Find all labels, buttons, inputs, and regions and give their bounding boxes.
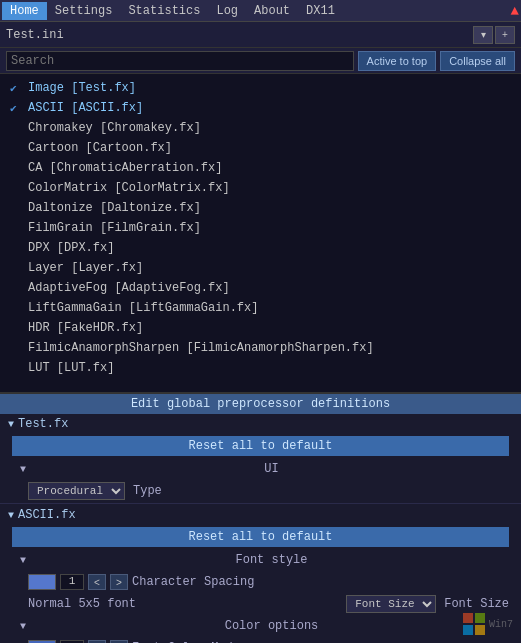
effect-item-daltonize[interactable]: ✔ Daltonize [Daltonize.fx] bbox=[0, 198, 521, 218]
check-icon-liftgammagain: ✔ bbox=[10, 302, 24, 315]
prop-arrow-font-style: ▼ bbox=[20, 555, 26, 566]
check-icon-adaptivefog: ✔ bbox=[10, 282, 24, 295]
effect-name-lut: LUT [LUT.fx] bbox=[28, 361, 114, 375]
prop-row-color-ctrl: 1 < > Font Color Mode bbox=[0, 637, 521, 643]
prop-label-normal-5x5: Normal 5x5 font bbox=[28, 597, 342, 611]
effect-item-hdr[interactable]: ✔ HDR [FakeHDR.fx] bbox=[0, 318, 521, 338]
effect-name-dpx: DPX [DPX.fx] bbox=[28, 241, 114, 255]
menu-log[interactable]: Log bbox=[208, 2, 246, 20]
section-title-test[interactable]: ▼ Test.fx bbox=[0, 414, 521, 434]
menubar: Home Settings Statistics Log About DX11 … bbox=[0, 0, 521, 22]
prop-row-font-style-ctrl: 1 < > Character Spacing bbox=[0, 571, 521, 593]
effect-name-cartoon: Cartoon [Cartoon.fx] bbox=[28, 141, 172, 155]
reset-all-ascii-button[interactable]: Reset all to default bbox=[12, 527, 509, 547]
menu-settings[interactable]: Settings bbox=[47, 2, 121, 20]
prop-arrow-color: ▼ bbox=[20, 621, 26, 632]
check-icon-lut: ✔ bbox=[10, 362, 24, 375]
check-icon-daltonize: ✔ bbox=[10, 202, 24, 215]
effect-item-filmgrain[interactable]: ✔ FilmGrain [FilmGrain.fx] bbox=[0, 218, 521, 238]
menu-statistics[interactable]: Statistics bbox=[120, 2, 208, 20]
section-title-ascii[interactable]: ▼ ASCII.fx bbox=[0, 505, 521, 525]
check-icon-hdr: ✔ bbox=[10, 322, 24, 335]
effect-name-daltonize: Daltonize [Daltonize.fx] bbox=[28, 201, 201, 215]
win7-watermark: Win7 bbox=[463, 613, 513, 635]
check-icon-filmic: ✔ bbox=[10, 342, 24, 355]
bottom-panel: Edit global preprocessor definitions ▼ T… bbox=[0, 394, 521, 643]
dropdown-btn[interactable]: ▾ bbox=[473, 26, 493, 44]
searchbar: Active to top Collapse all bbox=[0, 48, 521, 74]
check-icon-image: ✔ bbox=[10, 82, 24, 95]
check-icon-ca: ✔ bbox=[10, 162, 24, 175]
check-icon-chromakey: ✔ bbox=[10, 122, 24, 135]
win7-logo-icon bbox=[463, 613, 485, 635]
effect-name-filmic: FilmicAnamorphSharpen [FilmicAnamorphSha… bbox=[28, 341, 374, 355]
effect-name-layer: Layer [Layer.fx] bbox=[28, 261, 143, 275]
effect-name-image: Image [Test.fx] bbox=[28, 81, 136, 95]
effect-name-adaptivefog: AdaptiveFog [AdaptiveFog.fx] bbox=[28, 281, 230, 295]
font-style-color-swatch[interactable] bbox=[28, 574, 56, 590]
prop-row-font-size: Normal 5x5 font Font Size Font Size bbox=[0, 593, 521, 615]
prop-font-size-label: Font Size bbox=[444, 597, 509, 611]
effect-item-chromakey[interactable]: ✔ Chromakey [Chromakey.fx] bbox=[0, 118, 521, 138]
prop-arrow-ui: ▼ bbox=[20, 464, 26, 475]
effect-name-colormatrix: ColorMatrix [ColorMatrix.fx] bbox=[28, 181, 230, 195]
effect-item-layer[interactable]: ✔ Layer [Layer.fx] bbox=[0, 258, 521, 278]
section-label-ascii: ASCII.fx bbox=[18, 508, 76, 522]
font-style-prev-button[interactable]: < bbox=[88, 574, 106, 590]
section-label-test: Test.fx bbox=[18, 417, 68, 431]
collapse-all-button[interactable]: Collapse all bbox=[440, 51, 515, 71]
font-style-value: 1 bbox=[60, 574, 84, 590]
arrow-indicator: ▲ bbox=[511, 3, 519, 19]
check-icon-filmgrain: ✔ bbox=[10, 222, 24, 235]
search-input[interactable] bbox=[6, 51, 354, 71]
effect-item-ascii[interactable]: ✔ ASCII [ASCII.fx] bbox=[0, 98, 521, 118]
menu-dx11[interactable]: DX11 bbox=[298, 2, 343, 20]
svg-rect-3 bbox=[475, 625, 485, 635]
prop-row-font-style: ▼ Font style bbox=[0, 549, 521, 571]
prop-row-procedural: Procedural Type bbox=[0, 480, 521, 502]
effect-name-ascii: ASCII [ASCII.fx] bbox=[28, 101, 143, 115]
add-btn[interactable]: + bbox=[495, 26, 515, 44]
effect-name-ca: CA [ChromaticAberration.fx] bbox=[28, 161, 222, 175]
svg-rect-2 bbox=[463, 625, 473, 635]
prop-label-color-options: Color options bbox=[34, 619, 509, 633]
effect-item-filmic[interactable]: ✔ FilmicAnamorphSharpen [FilmicAnamorphS… bbox=[0, 338, 521, 358]
win7-text: Win7 bbox=[489, 619, 513, 630]
active-to-top-button[interactable]: Active to top bbox=[358, 51, 437, 71]
prop-row-color-options: ▼ Color options bbox=[0, 615, 521, 637]
effect-list-panel: ✔ Image [Test.fx] ✔ ASCII [ASCII.fx] ✔ C… bbox=[0, 74, 521, 394]
prop-label-char-spacing: Character Spacing bbox=[132, 575, 509, 589]
check-icon-cartoon: ✔ bbox=[10, 142, 24, 155]
check-icon-dpx: ✔ bbox=[10, 242, 24, 255]
effect-item-cartoon[interactable]: ✔ Cartoon [Cartoon.fx] bbox=[0, 138, 521, 158]
effect-item-dpx[interactable]: ✔ DPX [DPX.fx] bbox=[0, 238, 521, 258]
check-icon-layer: ✔ bbox=[10, 262, 24, 275]
arrow-icon-test: ▼ bbox=[8, 419, 14, 430]
effect-item-image[interactable]: ✔ Image [Test.fx] bbox=[0, 78, 521, 98]
prop-label-font-style: Font style bbox=[34, 553, 509, 567]
menu-about[interactable]: About bbox=[246, 2, 298, 20]
effect-name-hdr: HDR [FakeHDR.fx] bbox=[28, 321, 143, 335]
preprocessor-header: Edit global preprocessor definitions bbox=[0, 394, 521, 414]
effect-item-colormatrix[interactable]: ✔ ColorMatrix [ColorMatrix.fx] bbox=[0, 178, 521, 198]
divider-test-ascii bbox=[0, 503, 521, 504]
effect-name-chromakey: Chromakey [Chromakey.fx] bbox=[28, 121, 201, 135]
prop-font-size-dropdown[interactable]: Font Size bbox=[346, 595, 436, 613]
effect-item-liftgammagain[interactable]: ✔ LiftGammaGain [LiftGammaGain.fx] bbox=[0, 298, 521, 318]
effect-item-ca[interactable]: ✔ CA [ChromaticAberration.fx] bbox=[0, 158, 521, 178]
effect-item-lut[interactable]: ✔ LUT [LUT.fx] bbox=[0, 358, 521, 378]
font-style-next-button[interactable]: > bbox=[110, 574, 128, 590]
check-icon-ascii: ✔ bbox=[10, 102, 24, 115]
effect-item-adaptivefog[interactable]: ✔ AdaptiveFog [AdaptiveFog.fx] bbox=[0, 278, 521, 298]
prop-label-ui: UI bbox=[34, 462, 509, 476]
arrow-icon-ascii: ▼ bbox=[8, 510, 14, 521]
filename-label: Test.ini bbox=[6, 28, 471, 42]
reset-all-test-button[interactable]: Reset all to default bbox=[12, 436, 509, 456]
prop-row-ui: ▼ UI bbox=[0, 458, 521, 480]
prop-procedural-dropdown[interactable]: Procedural bbox=[28, 482, 125, 500]
check-icon-colormatrix: ✔ bbox=[10, 182, 24, 195]
menu-home[interactable]: Home bbox=[2, 2, 47, 20]
svg-rect-0 bbox=[463, 613, 473, 623]
effect-name-liftgammagain: LiftGammaGain [LiftGammaGain.fx] bbox=[28, 301, 258, 315]
effect-name-filmgrain: FilmGrain [FilmGrain.fx] bbox=[28, 221, 201, 235]
